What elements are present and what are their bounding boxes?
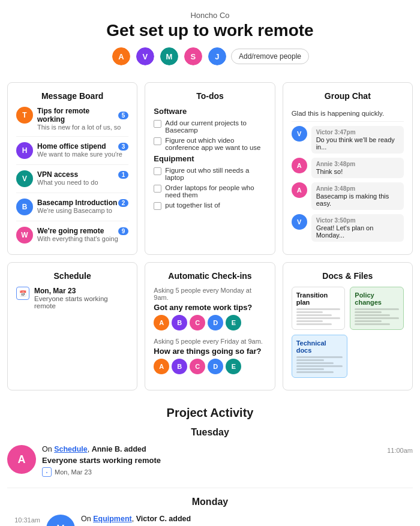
checkin-block: Asking 5 people every Friday at 9am.How … — [154, 338, 266, 374]
message-board-item[interactable]: TTips for remote working5This is new for… — [16, 107, 128, 137]
message-board-items: TTips for remote working5This is new for… — [16, 107, 128, 244]
todo-checkbox[interactable] — [154, 167, 161, 175]
activity-date-row: ▪Mon, Mar 23 — [42, 467, 161, 477]
activity-item: Everyone starts working remote▪Mon, Mar … — [42, 456, 161, 477]
activity-link[interactable]: Schedule — [54, 445, 88, 453]
chat-bubble: Victor 3:47pmDo you think we'll be ready… — [311, 126, 404, 154]
message-board-item[interactable]: WWe're going remote9With everything that… — [16, 227, 128, 244]
mb-item-desc: This is new for a lot of us, so — [37, 124, 128, 131]
schedule-event: 📅Mon, Mar 23Everyone starts working remo… — [16, 287, 128, 309]
avatar-5: J — [207, 46, 227, 67]
avatar-3: M — [159, 46, 179, 67]
todo-checkbox[interactable] — [154, 202, 161, 210]
checkin-avatar: D — [208, 315, 223, 330]
checkin-avatar: A — [154, 359, 169, 374]
activity-content: On Schedule, Annie B. addedEveryone star… — [42, 445, 161, 477]
todos-title: To-dos — [154, 91, 266, 101]
chat-first-message: Glad this is happening quickly. — [292, 107, 404, 122]
panels-bottom-row: Schedule 📅Mon, Mar 23Everyone starts wor… — [0, 262, 420, 398]
todo-checkbox[interactable] — [154, 137, 161, 145]
docs-panel: Docs & Files Transition planPolicy chang… — [283, 262, 413, 390]
todo-item: put together list of — [154, 202, 266, 210]
checkin-avatar: D — [208, 359, 223, 374]
company-name: Honcho Co — [0, 11, 420, 20]
todos-sections: SoftwareAdd our current projects to Base… — [154, 107, 266, 210]
schedule-panel: Schedule 📅Mon, Mar 23Everyone starts wor… — [7, 262, 137, 390]
mb-avatar: T — [16, 107, 33, 124]
activity-left: AOn Schedule, Annie B. addedEveryone sta… — [7, 445, 374, 477]
mb-avatar: H — [16, 142, 33, 159]
chat-avatar: V — [292, 126, 307, 142]
panels-top-row: Message Board TTips for remote working5T… — [0, 82, 420, 262]
avatar-4: S — [183, 46, 203, 67]
doc-lines — [355, 308, 399, 325]
chat-meta: Victor 3:50pm — [316, 217, 399, 224]
doc-title: Policy changes — [355, 291, 399, 306]
chat-text: Think so! — [316, 168, 399, 175]
day-divider — [7, 488, 413, 488]
message-board-item[interactable]: HHome office stipend3We want to make sur… — [16, 142, 128, 165]
mb-badge: 1 — [118, 171, 129, 179]
checkin-question: Got any remote work tips? — [154, 303, 266, 312]
mb-item-desc: We want to make sure you're — [37, 151, 128, 158]
todo-text: Add our current projects to Basecamp — [165, 119, 266, 134]
activity-title: Project Activity — [7, 406, 413, 420]
checkin-blocks: Asking 5 people every Monday at 9am.Got … — [154, 287, 266, 374]
todo-text: Figure out which video conference app we… — [165, 137, 266, 151]
todo-item: Add our current projects to Basecamp — [154, 119, 266, 134]
message-board-item[interactable]: BBasecamp Introduction2We're using Basec… — [16, 199, 128, 221]
checkin-avatars: ABCDE — [154, 315, 266, 330]
doc-card[interactable]: Technical docs — [292, 335, 348, 378]
todos-panel: To-dos SoftwareAdd our current projects … — [145, 82, 275, 255]
todo-checkbox[interactable] — [154, 120, 161, 128]
mb-item-desc: With everything that's going — [37, 235, 128, 242]
page-title: Get set up to work remote — [0, 21, 420, 40]
todo-item: Figure out which video conference app we… — [154, 137, 266, 151]
doc-card[interactable]: Transition plan — [292, 287, 346, 330]
docs-grid: Transition planPolicy changesTechnical d… — [292, 287, 404, 378]
chat-text: Do you think we'll be ready in... — [316, 136, 399, 151]
chat-message: AAnnie 3:48pmThink so! — [292, 158, 404, 178]
chat-text: Basecamp is making this easy. — [316, 193, 399, 207]
todo-checkbox[interactable] — [154, 185, 161, 193]
project-activity-section: Project Activity TuesdayAOn Schedule, An… — [0, 398, 420, 526]
mb-content: Tips for remote working5This is new for … — [37, 107, 128, 131]
schedule-info: Mon, Mar 23Everyone starts working remot… — [34, 287, 128, 309]
mb-item-desc: What you need to do — [37, 179, 128, 186]
chat-avatar: A — [292, 182, 307, 198]
mb-content: Home office stipend3We want to make sure… — [37, 142, 128, 158]
checkin-avatar: A — [154, 315, 169, 330]
auto-checkins-title: Automatic Check-ins — [154, 271, 266, 281]
checkin-freq: Asking 5 people every Monday at 9am. — [154, 287, 266, 301]
chat-text: Great! Let's plan on Monday... — [316, 224, 399, 239]
doc-card[interactable]: Policy changes — [350, 287, 404, 330]
checkin-block: Asking 5 people every Monday at 9am.Got … — [154, 287, 266, 330]
mb-avatar: V — [16, 170, 33, 187]
doc-title: Technical docs — [296, 339, 343, 354]
add-people-button[interactable]: Add/remove people — [231, 49, 309, 64]
message-board-item[interactable]: VVPN access1What you need to do — [16, 170, 128, 193]
mb-badge: 9 — [118, 227, 129, 235]
group-chat-panel: Group Chat Glad this is happening quickl… — [283, 82, 413, 255]
chat-avatar: V — [292, 214, 307, 230]
activity-link[interactable]: Equipment — [93, 515, 132, 523]
chat-meta: Annie 3:48pm — [316, 161, 399, 167]
chat-meta: Victor 3:47pm — [316, 129, 399, 136]
activity-avatar: V — [46, 515, 75, 526]
checkin-avatar: E — [226, 359, 241, 374]
todo-text: put together list of — [165, 202, 220, 209]
activity-content: On Equipment, Victor C. addedput togethe… — [81, 515, 413, 526]
mb-content: VPN access1What you need to do — [37, 170, 128, 186]
mb-item-desc: We're using Basecamp to — [37, 207, 128, 214]
todo-item: Order laptops for people who need them — [154, 184, 266, 199]
checkin-question: How are things going so far? — [154, 347, 266, 356]
mb-content: Basecamp Introduction2We're using Baseca… — [37, 199, 128, 214]
mb-item-title: Basecamp Introduction2 — [37, 199, 128, 207]
chat-bubble: Annie 3:48pmThink so! — [311, 158, 404, 178]
mb-badge: 2 — [118, 199, 129, 207]
mb-badge: 3 — [118, 143, 129, 151]
message-board-title: Message Board — [16, 91, 128, 101]
todo-item: Figure out who still needs a laptop — [154, 167, 266, 181]
doc-title: Transition plan — [296, 291, 341, 306]
mb-item-title: Home office stipend3 — [37, 142, 128, 151]
